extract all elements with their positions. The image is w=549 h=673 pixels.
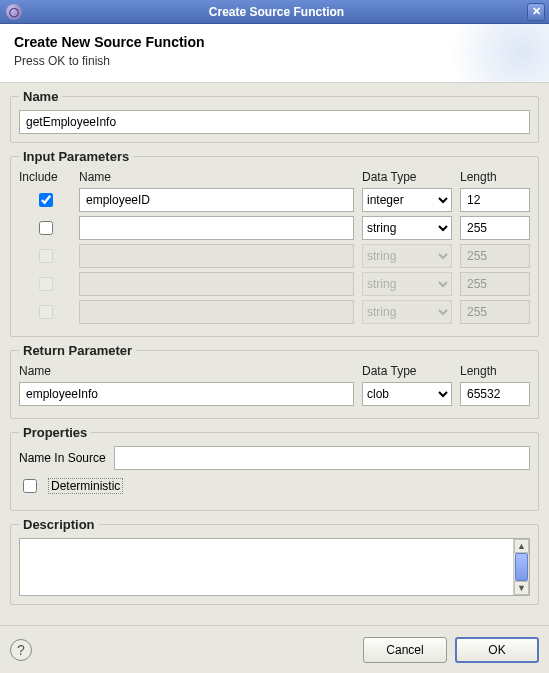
input-params-legend: Input Parameters xyxy=(19,149,133,164)
param-name-input xyxy=(79,272,354,296)
help-icon[interactable]: ? xyxy=(10,639,32,661)
param-name-input xyxy=(79,244,354,268)
param-include-checkbox[interactable] xyxy=(39,193,53,207)
ok-button[interactable]: OK xyxy=(455,637,539,663)
param-row: integerstringclob xyxy=(19,244,530,268)
param-name-input xyxy=(79,300,354,324)
ret-hdr-length: Length xyxy=(460,364,530,378)
scrollbar[interactable]: ▲ ▼ xyxy=(513,539,529,595)
app-icon: ◯ xyxy=(6,4,22,20)
param-include-checkbox xyxy=(39,305,53,319)
param-row: integerstringclob xyxy=(19,216,530,240)
param-row: integerstringclob xyxy=(19,300,530,324)
param-type-select[interactable]: integerstringclob xyxy=(362,188,452,212)
banner-heading: Create New Source Function xyxy=(14,34,535,50)
param-row: integerstringclob xyxy=(19,272,530,296)
banner-sub: Press OK to finish xyxy=(14,54,535,68)
return-param-legend: Return Parameter xyxy=(19,343,136,358)
deterministic-checkbox[interactable] xyxy=(23,479,37,493)
param-type-select: integerstringclob xyxy=(362,300,452,324)
hdr-length: Length xyxy=(460,170,530,184)
param-row: integerstringclob xyxy=(19,188,530,212)
hdr-include: Include xyxy=(19,170,71,184)
hdr-type: Data Type xyxy=(362,170,452,184)
titlebar: ◯ Create Source Function ✕ xyxy=(0,0,549,24)
return-param-fieldset: Return Parameter Name Data Type Length i… xyxy=(10,343,539,419)
properties-legend: Properties xyxy=(19,425,91,440)
param-include-checkbox xyxy=(39,249,53,263)
param-length-input xyxy=(460,272,530,296)
param-type-select[interactable]: integerstringclob xyxy=(362,216,452,240)
param-length-input[interactable] xyxy=(460,188,530,212)
param-include-checkbox xyxy=(39,277,53,291)
cancel-button[interactable]: Cancel xyxy=(363,637,447,663)
scroll-down-icon[interactable]: ▼ xyxy=(514,581,529,595)
input-params-header: Include Name Data Type Length xyxy=(19,170,530,184)
param-length-input xyxy=(460,244,530,268)
content: Name Input Parameters Include Name Data … xyxy=(0,83,549,605)
description-wrap: ▲ ▼ xyxy=(19,538,530,596)
name-fieldset: Name xyxy=(10,89,539,143)
footer: ? Cancel OK xyxy=(0,625,549,673)
param-name-input[interactable] xyxy=(79,216,354,240)
description-legend: Description xyxy=(19,517,99,532)
function-name-input[interactable] xyxy=(19,110,530,134)
banner: Create New Source Function Press OK to f… xyxy=(0,24,549,83)
scroll-up-icon[interactable]: ▲ xyxy=(514,539,529,553)
scroll-track[interactable] xyxy=(514,553,529,581)
ret-hdr-type: Data Type xyxy=(362,364,452,378)
scroll-thumb[interactable] xyxy=(515,553,528,581)
return-row: integerstringclob xyxy=(19,382,530,406)
description-textarea[interactable] xyxy=(20,539,513,595)
return-header: Name Data Type Length xyxy=(19,364,530,378)
name-in-source-label: Name In Source xyxy=(19,451,106,465)
input-params-fieldset: Input Parameters Include Name Data Type … xyxy=(10,149,539,337)
return-type-select[interactable]: integerstringclob xyxy=(362,382,452,406)
param-include-checkbox[interactable] xyxy=(39,221,53,235)
description-fieldset: Description ▲ ▼ xyxy=(10,517,539,605)
ret-hdr-name: Name xyxy=(19,364,354,378)
name-in-source-input[interactable] xyxy=(114,446,530,470)
param-length-input[interactable] xyxy=(460,216,530,240)
deterministic-label: Deterministic xyxy=(48,478,123,494)
param-length-input xyxy=(460,300,530,324)
param-type-select: integerstringclob xyxy=(362,244,452,268)
param-name-input[interactable] xyxy=(79,188,354,212)
name-legend: Name xyxy=(19,89,62,104)
properties-fieldset: Properties Name In Source Deterministic xyxy=(10,425,539,511)
close-icon[interactable]: ✕ xyxy=(527,3,545,21)
param-type-select: integerstringclob xyxy=(362,272,452,296)
window-title: Create Source Function xyxy=(26,5,527,19)
return-name-input[interactable] xyxy=(19,382,354,406)
hdr-name: Name xyxy=(79,170,354,184)
return-length-input[interactable] xyxy=(460,382,530,406)
